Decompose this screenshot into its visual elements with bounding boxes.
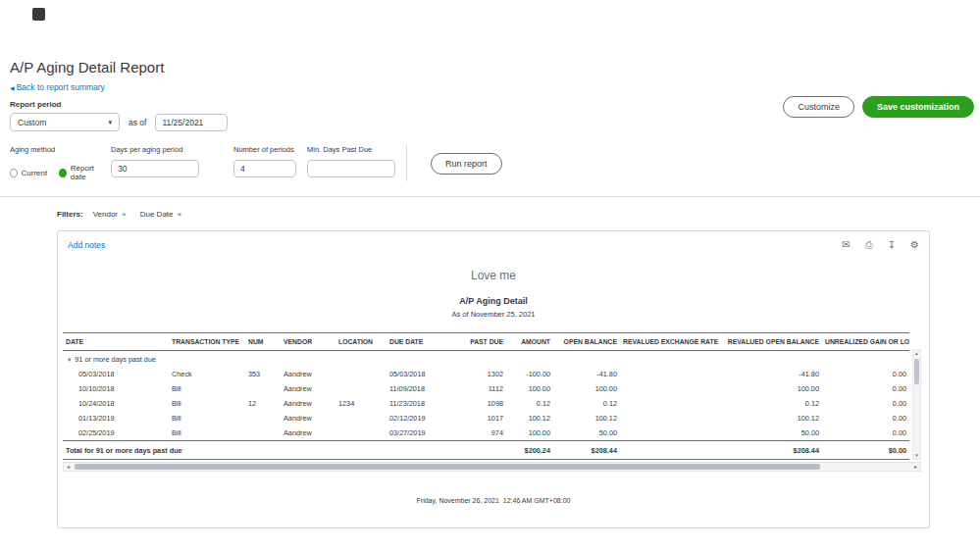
aging-method-group: Aging method Current Report date [10,145,111,181]
collapse-group-icon[interactable]: ▾ [68,356,71,363]
header: A/P Aging Detail Report ◀Back to report … [0,0,980,131]
days-per-period-label: Days per aging period [111,145,233,154]
report-date-radio[interactable] [59,169,67,177]
vertical-scrollbar[interactable]: ▲ ▼ [912,349,921,460]
email-icon[interactable]: ✉ [842,239,850,251]
scroll-up-icon[interactable]: ▲ [913,351,920,356]
controls-row: Aging method Current Report date Days pe… [10,145,980,181]
scroll-down-icon[interactable]: ▼ [913,453,920,458]
column-header-unrealized-gain-or-loss[interactable]: UNREALIZED GAIN OR LOSS [822,333,909,351]
table-row[interactable]: 02/25/2019BillAandrew03/27/2019974100.00… [63,426,909,441]
back-arrow-icon: ◀ [10,85,15,91]
remove-filter-icon[interactable]: × [178,210,182,219]
report-toolbar: Add notes ✉ ⎙ ↧ ⚙ [58,239,929,251]
screen: A/P Aging Detail Report ◀Back to report … [0,0,980,551]
report-table: DATETRANSACTION TYPENUMVENDORLOCATIONDUE… [63,332,909,460]
report-footer-timestamp: Friday, November 26, 2021 12:46 AM GMT+0… [58,497,929,504]
column-header-amount[interactable]: AMOUNT [506,333,553,351]
group-row[interactable]: ▾ 91 or more days past due [63,351,909,368]
toolbar-icons: ✉ ⎙ ↧ ⚙ [842,239,919,251]
filters-row: Filters: Vendor × Due Date × [57,210,980,219]
report-period-select[interactable]: Custom ▾ [10,113,120,131]
report-subtitle: As of November 25, 2021 [58,310,929,319]
number-of-periods-input[interactable] [233,160,296,177]
remove-filter-icon[interactable]: × [122,210,127,219]
current-radio[interactable] [10,169,18,177]
current-radio-label: Current [22,169,48,177]
horizontal-scrollbar[interactable]: ◄ ► [63,462,921,472]
report-period-selected-value: Custom [18,118,46,127]
export-icon[interactable]: ↧ [888,239,896,251]
number-of-periods-label: Number of periods [233,145,307,154]
column-header-past-due[interactable]: PAST DUE [443,333,506,351]
chevron-down-icon: ▾ [108,119,112,126]
report-date-radio-label: Report date [71,164,103,181]
page-divider [0,196,980,197]
min-days-past-due-input[interactable] [307,160,395,177]
as-of-label: as of [129,118,146,127]
horizontal-scroll-thumb[interactable] [75,464,820,470]
column-header-date[interactable]: DATE [63,333,169,351]
column-header-location[interactable]: LOCATION [335,333,387,351]
column-header-num[interactable]: NUM [245,333,281,351]
customize-button[interactable]: Customize [783,96,854,118]
add-notes-link[interactable]: Add notes [68,240,105,250]
column-header-open-balance[interactable]: OPEN BALANCE [553,333,620,351]
print-icon[interactable]: ⎙ [865,239,873,251]
report-table-header-row: DATETRANSACTION TYPENUMVENDORLOCATIONDUE… [63,333,909,351]
column-header-revalued-open-balance[interactable]: REVALUED OPEN BALANCE [720,333,822,351]
column-header-revalued-exchange-rate[interactable]: REVALUED EXCHANGE RATE [620,333,720,351]
min-days-past-due-label: Min. Days Past Due [307,145,406,154]
table-row[interactable]: 05/03/2018Check353Aandrew05/03/20181302-… [63,367,909,381]
total-row: Total for 91 or more days past due$200.2… [63,441,909,460]
as-of-date-input[interactable] [155,114,228,131]
report-panel: Add notes ✉ ⎙ ↧ ⚙ Love me A/P Aging Deta… [57,230,930,528]
report-heading: Love me A/P Aging Detail As of November … [58,269,929,319]
scroll-left-icon[interactable]: ◄ [66,463,71,471]
company-name: Love me [58,269,929,282]
aging-method-radios: Current Report date [10,164,111,181]
filters-label: Filters: [57,210,83,219]
total-row-label: Total for 91 or more days past due [63,441,506,460]
table-row[interactable]: 01/13/2019BillAandrew02/12/20191017100.1… [63,411,909,426]
days-per-period-group: Days per aging period [111,145,233,181]
header-buttons: Customize Save customization [783,96,974,118]
page-title: A/P Aging Detail Report [10,59,972,75]
vertical-scroll-thumb[interactable] [914,359,919,384]
controls-divider [406,145,407,181]
number-of-periods-group: Number of periods [233,145,307,181]
report-table-body: ▾ 91 or more days past due05/03/2018Chec… [63,351,909,460]
filter-chip-due-date: Due Date × [140,210,181,219]
table-row[interactable]: 10/10/2018BillAandrew11/09/20181112100.0… [63,381,909,396]
table-row[interactable]: 10/24/2018Bill12Aandrew123411/23/2018109… [63,396,909,411]
filter-chip-vendor: Vendor × [93,210,127,219]
report-title: A/P Aging Detail [58,296,929,306]
save-customization-button[interactable]: Save customization [862,96,974,118]
column-header-vendor[interactable]: VENDOR [281,333,335,351]
days-per-period-input[interactable] [111,160,199,177]
aging-method-label: Aging method [10,145,111,154]
scroll-right-icon[interactable]: ► [913,463,918,471]
run-report-button[interactable]: Run report [431,153,502,175]
back-to-summary-link[interactable]: ◀Back to report summary [10,82,105,92]
column-header-transaction-type[interactable]: TRANSACTION TYPE [169,333,245,351]
run-report-wrap: Run report [431,145,502,181]
min-days-past-due-group: Min. Days Past Due [307,145,406,181]
table-zone: DATETRANSACTION TYPENUMVENDORLOCATIONDUE… [63,332,921,460]
settings-gear-icon[interactable]: ⚙ [910,239,919,251]
column-header-due-date[interactable]: DUE DATE [387,333,443,351]
